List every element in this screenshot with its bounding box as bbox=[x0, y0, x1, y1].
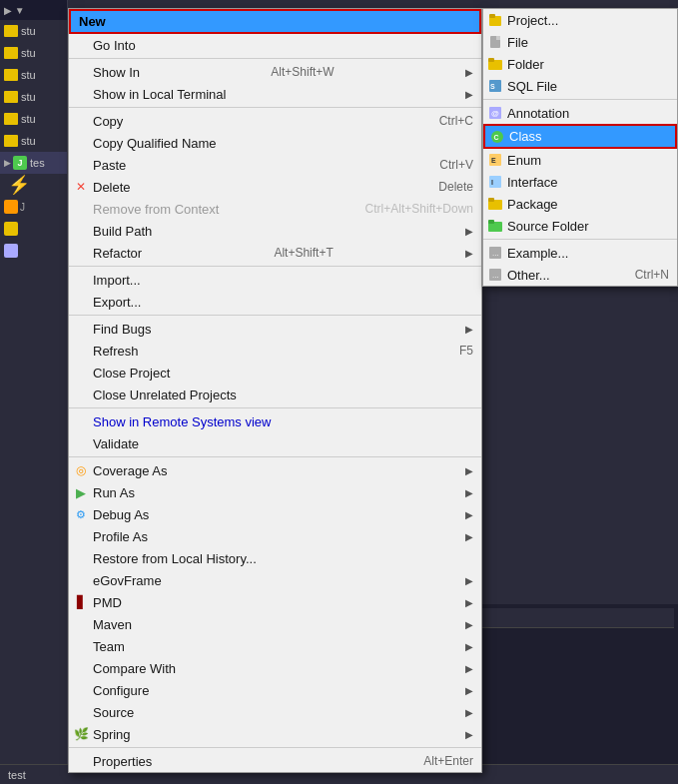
submenu-item-project[interactable]: Project... bbox=[483, 9, 677, 31]
menu-item-coverage-as[interactable]: ◎ Coverage As ▶ bbox=[69, 459, 481, 481]
sidebar-item-6[interactable]: stu bbox=[0, 130, 67, 152]
menu-item-restore-history-label: Restore from Local History... bbox=[93, 551, 257, 566]
menu-item-pmd[interactable]: ▋ PMD ▶ bbox=[69, 591, 481, 613]
menu-item-close-unrelated[interactable]: Close Unrelated Projects bbox=[69, 384, 481, 405]
sidebar-item-label-test: tes bbox=[30, 157, 45, 169]
sidebar-item-extra4[interactable] bbox=[0, 240, 67, 262]
submenu-item-class[interactable]: C Class bbox=[483, 124, 677, 149]
submenu-item-sql-file[interactable]: S SQL File bbox=[483, 75, 677, 97]
menu-item-profile-as[interactable]: Profile As ▶ bbox=[69, 525, 481, 547]
debug-icon: ⚙ bbox=[73, 506, 89, 522]
menu-item-show-local[interactable]: Show in Local Terminal ▶ bbox=[69, 83, 481, 105]
menu-item-validate-label: Validate bbox=[93, 436, 139, 451]
menu-item-restore-history[interactable]: Restore from Local History... bbox=[69, 547, 481, 569]
menu-item-delete[interactable]: ✕ Delete Delete bbox=[69, 176, 481, 198]
menu-item-run-as[interactable]: ▶ Run As ▶ bbox=[69, 481, 481, 503]
submenu-separator-1 bbox=[483, 99, 677, 100]
sidebar-item-extra3[interactable] bbox=[0, 218, 67, 240]
menu-item-maven-label: Maven bbox=[93, 617, 132, 632]
project-icon bbox=[487, 12, 503, 28]
menu-item-coverage-as-label: Coverage As bbox=[93, 463, 167, 478]
menu-item-team-label: Team bbox=[93, 639, 125, 654]
menu-item-delete-label: Delete bbox=[93, 180, 131, 195]
menu-item-go-into-label: Go Into bbox=[93, 38, 136, 53]
menu-item-profile-as-label: Profile As bbox=[93, 529, 148, 544]
sidebar-item-label-6: stu bbox=[21, 135, 36, 147]
menu-item-pmd-arrow: ▶ bbox=[465, 597, 473, 608]
menu-item-go-into[interactable]: Go Into bbox=[69, 34, 481, 56]
menu-item-copy-label: Copy bbox=[93, 114, 123, 129]
sidebar-item-extra1[interactable]: ⚡ bbox=[0, 174, 67, 196]
sidebar-item-test[interactable]: ▶ J tes bbox=[0, 152, 67, 174]
submenu-item-package[interactable]: Package bbox=[483, 193, 677, 215]
sidebar-item-4[interactable]: stu bbox=[0, 86, 67, 108]
sidebar-item-5[interactable]: stu bbox=[0, 108, 67, 130]
separator-2 bbox=[69, 107, 481, 108]
folder-icon bbox=[487, 56, 503, 72]
sidebar-item-2[interactable]: stu bbox=[0, 42, 67, 64]
menu-item-close-project[interactable]: Close Project bbox=[69, 362, 481, 384]
menu-item-close-project-label: Close Project bbox=[93, 366, 170, 381]
menu-item-debug-as-label: Debug As bbox=[93, 507, 149, 522]
menu-item-refresh[interactable]: Refresh F5 bbox=[69, 340, 481, 362]
menu-item-import[interactable]: Import... bbox=[69, 269, 481, 291]
menu-item-configure-arrow: ▶ bbox=[465, 685, 473, 696]
menu-item-copy-qualified[interactable]: Copy Qualified Name bbox=[69, 132, 481, 154]
annotation-icon: @ bbox=[487, 105, 503, 121]
menu-item-maven[interactable]: Maven ▶ bbox=[69, 613, 481, 635]
submenu-item-source-folder[interactable]: Source Folder bbox=[483, 215, 677, 237]
menu-item-show-remote-label: Show in Remote Systems view bbox=[93, 414, 271, 429]
menu-item-show-local-label: Show in Local Terminal bbox=[93, 87, 226, 102]
menu-item-source[interactable]: Source ▶ bbox=[69, 701, 481, 723]
menu-item-properties-shortcut: Alt+Enter bbox=[423, 754, 473, 768]
menu-item-debug-arrow: ▶ bbox=[465, 509, 473, 520]
sidebar-item-label-5: stu bbox=[21, 113, 36, 125]
menu-item-properties[interactable]: Properties Alt+Enter bbox=[69, 750, 481, 772]
submenu-item-other[interactable]: ... Other... Ctrl+N bbox=[483, 264, 677, 286]
submenu-item-file[interactable]: File bbox=[483, 31, 677, 53]
menu-item-new-label: New bbox=[79, 14, 106, 29]
menu-item-coverage-arrow: ▶ bbox=[465, 465, 473, 476]
submenu-item-interface[interactable]: I Interface bbox=[483, 171, 677, 193]
submenu-item-other-label: Other... bbox=[507, 268, 550, 283]
menu-item-egovframe-arrow: ▶ bbox=[465, 575, 473, 586]
menu-item-properties-label: Properties bbox=[93, 754, 152, 769]
menu-item-compare-with[interactable]: Compare With ▶ bbox=[69, 657, 481, 679]
menu-item-spring[interactable]: 🌿 Spring ▶ bbox=[69, 723, 481, 745]
submenu-item-enum[interactable]: E Enum bbox=[483, 149, 677, 171]
context-menu: New Go Into Show In Alt+Shift+W ▶ Show i… bbox=[68, 8, 482, 773]
separator-4 bbox=[69, 315, 481, 316]
menu-item-compare-with-arrow: ▶ bbox=[465, 663, 473, 674]
sidebar-item-extra2[interactable]: J bbox=[0, 196, 67, 218]
sidebar-item-label-3: stu bbox=[21, 69, 36, 81]
submenu-item-example-label: Example... bbox=[507, 246, 568, 261]
menu-item-team[interactable]: Team ▶ bbox=[69, 635, 481, 657]
menu-item-new[interactable]: New bbox=[69, 9, 481, 34]
submenu-item-annotation[interactable]: @ Annotation bbox=[483, 102, 677, 124]
menu-item-build-path[interactable]: Build Path ▶ bbox=[69, 220, 481, 242]
menu-item-find-bugs[interactable]: Find Bugs ▶ bbox=[69, 318, 481, 340]
menu-item-show-in-shortcut: Alt+Shift+W bbox=[271, 65, 334, 79]
sidebar-item-1[interactable]: stu bbox=[0, 20, 67, 42]
submenu-item-folder[interactable]: Folder bbox=[483, 53, 677, 75]
menu-item-debug-as[interactable]: ⚙ Debug As ▶ bbox=[69, 503, 481, 525]
sidebar-item-3[interactable]: stu bbox=[0, 64, 67, 86]
menu-item-configure[interactable]: Configure ▶ bbox=[69, 679, 481, 701]
svg-text:E: E bbox=[491, 157, 496, 164]
svg-text:...: ... bbox=[492, 249, 499, 258]
menu-item-egovframe[interactable]: eGovFrame ▶ bbox=[69, 569, 481, 591]
menu-item-validate[interactable]: Validate bbox=[69, 432, 481, 454]
menu-item-copy[interactable]: Copy Ctrl+C bbox=[69, 110, 481, 132]
menu-item-export[interactable]: Export... bbox=[69, 291, 481, 313]
menu-item-refactor[interactable]: Refactor Alt+Shift+T ▶ bbox=[69, 242, 481, 264]
menu-item-refactor-shortcut: Alt+Shift+T bbox=[274, 246, 333, 260]
menu-item-paste-shortcut: Ctrl+V bbox=[439, 158, 473, 172]
menu-item-show-in[interactable]: Show In Alt+Shift+W ▶ bbox=[69, 61, 481, 83]
submenu-item-example[interactable]: ... Example... bbox=[483, 242, 677, 264]
menu-item-paste[interactable]: Paste Ctrl+V bbox=[69, 154, 481, 176]
menu-item-show-remote[interactable]: Show in Remote Systems view bbox=[69, 410, 481, 432]
pmd-icon: ▋ bbox=[73, 594, 89, 610]
separator-1 bbox=[69, 58, 481, 59]
menu-item-close-unrelated-label: Close Unrelated Projects bbox=[93, 388, 237, 402]
coverage-icon: ◎ bbox=[73, 462, 89, 478]
